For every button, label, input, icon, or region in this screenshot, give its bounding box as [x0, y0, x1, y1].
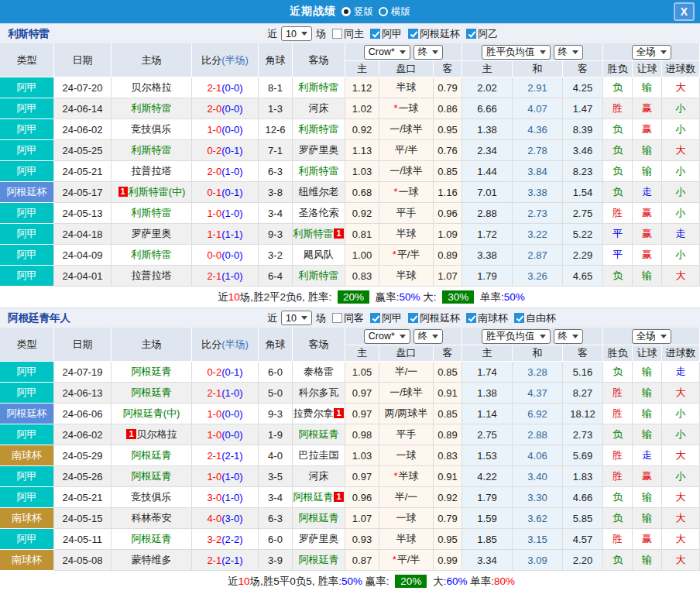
checkbox-icon[interactable] — [408, 29, 418, 39]
home-team-cell: 阿根廷青(中) — [112, 404, 192, 424]
wdl-stage-select[interactable]: 终 — [554, 45, 584, 60]
same-venue-checkbox[interactable]: 同主 — [332, 27, 364, 41]
col-header-away: 客场 — [293, 328, 345, 362]
league-checkbox-阿甲[interactable]: 阿甲 — [370, 27, 402, 41]
handicap-home-odds: 0.87 — [345, 550, 379, 571]
result-handicap-cell: 输 — [633, 508, 662, 529]
score-cell: 2-1(1-0) — [192, 383, 259, 404]
league-checkbox-南球杯[interactable]: 南球杯 — [466, 311, 508, 325]
halftime-score: (0-0) — [221, 408, 242, 420]
checkbox-icon[interactable] — [332, 29, 342, 39]
league-checkbox-阿乙[interactable]: 阿乙 — [466, 27, 498, 41]
mean-away-odds: 2.20 — [563, 550, 603, 571]
odds-stage-select[interactable]: 终 — [413, 329, 444, 344]
handicap-line-cell: 一/球半 — [379, 119, 434, 140]
summary-segment: 场,胜5平0负5, 胜率: — [250, 575, 342, 589]
close-button[interactable]: X — [674, 2, 695, 21]
result-scope-select[interactable]: 全场 — [632, 45, 671, 60]
date-cell: 24-06-02 — [54, 424, 112, 445]
handicap-line-cell: 两/两球半 — [379, 404, 434, 424]
match-row: 阿甲24-05-21拉普拉塔2-0(1-0)6-3利斯特雷1.03一/球半0.8… — [0, 161, 700, 182]
match-row: 南球杯24-05-08蒙特维多2-1(2-1)3-9阿根廷青0.87*平/半0.… — [0, 550, 700, 571]
away-team-cell: 泰格雷 — [293, 362, 345, 383]
away-team-cell: 河床 — [293, 466, 345, 487]
checkbox-label: 同主 — [344, 27, 364, 41]
mean-draw-odds: 3.62 — [513, 508, 563, 529]
checkbox-icon[interactable] — [466, 29, 476, 39]
handicap-line-cell: 平/半 — [379, 140, 434, 161]
rank-badge: 1 — [334, 228, 343, 239]
checkbox-icon[interactable] — [370, 29, 380, 39]
checkbox-icon[interactable] — [514, 313, 524, 323]
competition-type-cell: 阿甲 — [0, 383, 54, 404]
score-header-text: 比分 — [201, 338, 221, 350]
away-team-cell: 科尔多瓦 — [293, 383, 345, 404]
summary-segment: 50% — [341, 575, 362, 587]
checkbox-icon[interactable] — [370, 313, 380, 323]
home-team-name: 阿根廷青(中) — [123, 407, 180, 419]
halftime-score: (3-0) — [221, 513, 242, 524]
odds-company-select[interactable]: Crow* — [364, 45, 410, 60]
handicap-home-odds: 1.07 — [345, 508, 379, 529]
away-team-name: 纽维尔老 — [299, 186, 339, 197]
match-row: 阿甲24-04-09利斯特雷0-0(0-0)3-2飓风队1.00*平/半0.89… — [0, 245, 700, 266]
wdl-mean-select[interactable]: 胜平负均值 — [482, 45, 551, 60]
date-cell: 24-07-19 — [54, 362, 112, 383]
home-team-name: 贝尔格拉 — [137, 428, 177, 440]
odds-company-select[interactable]: Crow* — [364, 329, 410, 344]
away-team-name: 阿根廷青 — [293, 491, 333, 503]
handicap-line-text: 平手 — [396, 207, 417, 218]
home-team-name: 阿根廷青 — [132, 449, 172, 461]
result-scope-group: 全场 — [603, 43, 700, 61]
radio-icon[interactable] — [379, 7, 388, 16]
corners-cell: 6-3 — [259, 161, 293, 182]
wdl-stage-select[interactable]: 终 — [554, 329, 584, 344]
handicap-away-odds: 1.16 — [434, 182, 462, 203]
odds-stage-select[interactable]: 终 — [413, 45, 444, 60]
away-team-cell: 阿根廷青 — [293, 508, 345, 529]
handicap-line-cell: *一球 — [379, 98, 434, 119]
competition-type-cell: 南球杯 — [0, 550, 54, 571]
checkbox-icon[interactable] — [466, 313, 476, 323]
result-scope-select[interactable]: 全场 — [632, 329, 671, 344]
home-team-cell: 阿根廷青 — [112, 362, 192, 383]
col-header-home: 主场 — [112, 328, 192, 362]
mean-draw-odds: 2.91 — [513, 77, 563, 98]
match-count-select[interactable]: 10 — [281, 26, 312, 41]
checkbox-icon[interactable] — [408, 313, 418, 323]
date-cell: 24-05-21 — [54, 161, 112, 182]
halftime-score: (1-1) — [221, 228, 242, 240]
mean-home-odds: 2.75 — [462, 424, 513, 445]
chevron-down-icon — [540, 50, 546, 54]
checkbox-icon[interactable] — [332, 313, 342, 323]
result-wdl-cell: 负 — [603, 77, 633, 98]
match-count-select[interactable]: 10 — [281, 311, 312, 325]
handicap-line-cell: 半球 — [379, 224, 434, 245]
star-marker: * — [393, 249, 396, 260]
handicap-home-odds: 0.97 — [345, 383, 379, 404]
sub-header: 客 — [563, 345, 603, 362]
wdl-mean-select[interactable]: 胜平负均值 — [482, 329, 551, 344]
result-scope-value: 全场 — [637, 330, 656, 343]
checkbox-label: 自由杯 — [526, 311, 556, 325]
league-checkbox-自由杯[interactable]: 自由杯 — [514, 311, 556, 325]
league-checkbox-阿甲[interactable]: 阿甲 — [370, 311, 402, 325]
mean-away-odds: 5.16 — [563, 362, 603, 383]
handicap-line-cell: 平手 — [379, 203, 434, 224]
home-team-name: 阿根廷青 — [132, 533, 172, 544]
radio-icon[interactable] — [341, 7, 351, 16]
date-cell: 24-06-14 — [54, 98, 112, 119]
league-checkbox-阿根廷杯[interactable]: 阿根廷杯 — [408, 27, 460, 41]
result-wdl-cell: 胜 — [603, 383, 633, 404]
league-checkbox-阿根廷杯[interactable]: 阿根廷杯 — [408, 311, 460, 325]
handicap-line-text: 一/球半 — [389, 123, 423, 135]
chevron-down-icon — [301, 32, 307, 36]
handicap-home-odds: 0.97 — [345, 404, 379, 424]
layout-radio-vertical[interactable]: 竖版 — [341, 5, 373, 19]
mean-draw-odds: 3.26 — [513, 266, 563, 287]
chevron-down-icon — [400, 335, 406, 338]
mean-away-odds: 8.27 — [563, 383, 603, 404]
mean-away-odds: 8.23 — [563, 161, 603, 182]
same-venue-checkbox[interactable]: 同客 — [332, 311, 364, 325]
layout-radio-horizontal[interactable]: 横版 — [379, 5, 410, 19]
